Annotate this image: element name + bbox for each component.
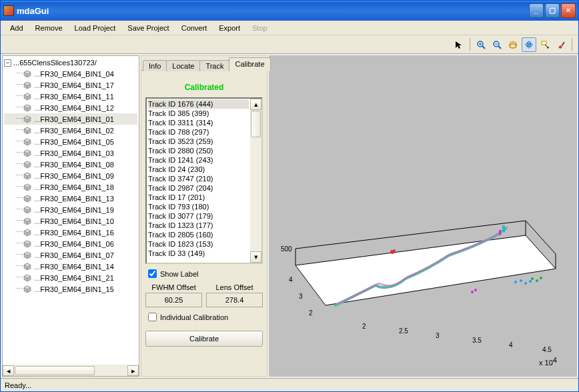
track-list-item[interactable]: Track ID 793 (180) [148, 202, 249, 211]
svg-point-22 [393, 249, 396, 252]
scroll-track[interactable] [14, 365, 127, 376]
maximize-button[interactable]: ▢ [545, 3, 560, 18]
svg-point-28 [536, 279, 538, 282]
collapse-icon[interactable]: − [4, 59, 11, 67]
tree-root[interactable]: − ...655ClensSlices130723/ [4, 57, 137, 68]
menu-remove[interactable]: Remove [30, 23, 68, 33]
tree-item[interactable]: ⋯...FR30_EM64_BIN1_13 [4, 193, 137, 204]
svg-rect-32 [502, 225, 505, 232]
tree-body[interactable]: − ...655ClensSlices130723/ ⋯...FR30_EM64… [3, 56, 139, 365]
vscroll-track[interactable] [250, 110, 261, 251]
scroll-right-button[interactable]: ▸ [127, 365, 139, 376]
tree-item[interactable]: ⋯...FR30_EM64_BIN1_06 [4, 238, 137, 249]
tree-item[interactable]: ⋯...FR30_EM64_BIN1_09 [4, 170, 137, 181]
track-list-item[interactable]: Track ID 2880 (250) [148, 146, 249, 155]
tab-calibrate[interactable]: Calibrate [229, 57, 270, 71]
svg-point-29 [540, 277, 542, 279]
tree-item[interactable]: ⋯...FR30_EM64_BIN1_16 [4, 227, 137, 238]
svg-point-31 [471, 291, 474, 293]
scroll-down-button[interactable]: ▾ [250, 251, 261, 263]
y-tick-2: 4 [289, 276, 293, 283]
track-list-item[interactable]: Track ID 385 (399) [148, 109, 249, 118]
status-text: Ready... [5, 381, 31, 389]
track-list-item[interactable]: Track ID 1676 (444) [148, 99, 249, 109]
track-list-item[interactable]: Track ID 1241 (243) [148, 155, 249, 165]
menu-save-project[interactable]: Save Project [122, 23, 174, 33]
window: mdaGui _ ▢ × Add Remove Load Project Sav… [0, 0, 579, 392]
track-list-item[interactable]: Track ID 33 (149) [148, 249, 249, 258]
data-cursor-tool[interactable] [538, 37, 552, 52]
titlebar[interactable]: mdaGui _ ▢ × [1, 1, 578, 21]
individual-calibration-checkbox[interactable] [148, 313, 157, 321]
svg-point-9 [528, 43, 530, 45]
svg-rect-10 [542, 41, 546, 45]
zoom-out-tool[interactable] [490, 37, 504, 52]
brush-tool[interactable] [554, 37, 568, 52]
window-title: mdaGui [17, 6, 529, 16]
menu-add[interactable]: Add [5, 23, 29, 33]
zoom-in-tool[interactable] [474, 37, 488, 52]
close-button[interactable]: × [561, 3, 576, 18]
pointer-tool[interactable] [452, 37, 466, 52]
show-label-text: Show Label [160, 270, 199, 278]
rotate-3d-tool[interactable] [522, 37, 536, 52]
axes-3d[interactable]: 500 2 3 4 2 2.5 3 3.5 4 4.5 x 104 [275, 175, 569, 375]
track-list-item[interactable]: Track ID 1823 (153) [148, 239, 249, 249]
track-list-item[interactable]: Track ID 788 (297) [148, 127, 249, 137]
list-vertical-scrollbar[interactable]: ▴ ▾ [250, 99, 261, 263]
tree-item[interactable]: ⋯...FR30_EM64_BIN1_04 [4, 68, 137, 79]
tab-locate[interactable]: Locate [166, 60, 200, 71]
app-icon [3, 5, 14, 16]
toolbar-divider [470, 38, 470, 51]
tree-item[interactable]: ⋯...FR30_EM64_BIN1_11 [4, 91, 137, 102]
tree-item[interactable]: ⋯...FR30_EM64_BIN1_03 [4, 147, 137, 159]
tree-item[interactable]: ⋯...FR30_EM64_BIN1_18 [4, 181, 137, 193]
pan-tool[interactable] [506, 37, 520, 52]
tree-item[interactable]: ⋯...FR30_EM64_BIN1_19 [4, 204, 137, 215]
tree-item[interactable]: ⋯...FR30_EM64_BIN1_17 [4, 79, 137, 91]
calibration-status: Calibrated [145, 73, 263, 97]
tree-item[interactable]: ⋯...FR30_EM64_BIN1_07 [4, 249, 137, 261]
tree-item[interactable]: ⋯...FR30_EM64_BIN1_21 [4, 272, 137, 283]
tab-info[interactable]: Info [143, 60, 167, 71]
minimize-button[interactable]: _ [529, 3, 544, 18]
y-tick-0: 2 [309, 309, 313, 317]
x-tick-2: 3 [436, 332, 440, 339]
menu-convert[interactable]: Convert [176, 23, 213, 33]
tree-item[interactable]: ⋯...FR30_EM64_BIN1_08 [4, 159, 137, 170]
scroll-thumb[interactable] [15, 366, 95, 375]
tree-horizontal-scrollbar[interactable]: ◂ ▸ [3, 365, 139, 376]
track-listbox[interactable]: Track ID 1676 (444)Track ID 385 (399)Tra… [145, 97, 263, 264]
vscroll-thumb[interactable] [251, 111, 261, 137]
track-list-item[interactable]: Track ID 3523 (259) [148, 137, 249, 146]
track-list-item[interactable]: Track ID 3077 (179) [148, 211, 249, 221]
tree-item[interactable]: ⋯...FR30_EM64_BIN1_02 [4, 125, 137, 136]
track-list-item[interactable]: Track ID 2987 (204) [148, 183, 249, 193]
menu-export[interactable]: Export [213, 23, 245, 33]
fwhm-offset-value[interactable]: 60.25 [145, 293, 202, 307]
track-list-item[interactable]: Track ID 24 (230) [148, 165, 249, 174]
tree-item[interactable]: ⋯...FR30_EM64_BIN1_15 [4, 283, 137, 295]
tree-item[interactable]: ⋯...FR30_EM64_BIN1_12 [4, 102, 137, 113]
scroll-left-button[interactable]: ◂ [3, 365, 14, 376]
tab-track[interactable]: Track [199, 60, 229, 71]
scroll-up-button[interactable]: ▴ [250, 99, 261, 110]
track-list-item[interactable]: Track ID 3747 (210) [148, 174, 249, 183]
track-list-item[interactable]: Track ID 1323 (177) [148, 221, 249, 230]
toolbar-divider-2 [572, 38, 572, 51]
menu-load-project[interactable]: Load Project [69, 23, 121, 33]
tree-item[interactable]: ⋯...FR30_EM64_BIN1_05 [4, 136, 137, 147]
show-label-checkbox[interactable] [148, 269, 157, 278]
track-list-item[interactable]: Track ID 17 (201) [148, 193, 249, 202]
calibrate-button[interactable]: Calibrate [145, 331, 263, 347]
tabs: Info Locate Track Calibrate [141, 56, 267, 71]
menu-stop: Stop [247, 23, 273, 33]
plot-pane[interactable]: 500 2 3 4 2 2.5 3 3.5 4 4.5 x 104 [269, 55, 577, 377]
track-list-item[interactable]: Track ID 3311 (314) [148, 118, 249, 127]
tree-item[interactable]: ⋯...FR30_EM64_BIN1_10 [4, 215, 137, 227]
x-tick-4: 4 [509, 341, 513, 349]
track-list-item[interactable]: Track ID 2805 (160) [148, 230, 249, 239]
lens-offset-value[interactable]: 278.4 [206, 293, 263, 307]
tree-item[interactable]: ⋯...FR30_EM64_BIN1_01 [4, 113, 137, 125]
tree-item[interactable]: ⋯...FR30_EM64_BIN1_14 [4, 261, 137, 272]
